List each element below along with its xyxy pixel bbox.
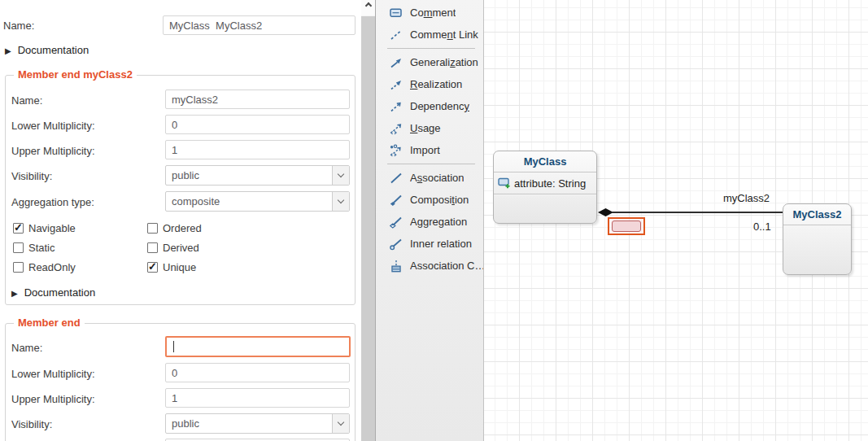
class-title: MyClass [494,151,596,172]
generalization-icon [389,56,403,69]
dependency-icon [389,100,403,113]
documentation-label: Documentation [18,44,89,56]
import-icon [389,144,403,157]
realization-icon [389,78,403,91]
checkbox-box [147,262,158,273]
section-legend: Member end [14,317,85,329]
text-cursor [173,341,174,352]
documentation-toggle[interactable]: Documentation [5,44,89,56]
association-line[interactable] [612,212,783,213]
class-title: MyClass2 [783,204,851,225]
upper-multiplicity-label: Upper Multiplicity: [11,393,95,405]
association-multiplicity-label[interactable]: 0..1 [753,220,771,233]
member-end1-upper-multiplicity-input[interactable]: 1 [165,388,350,408]
checkbox-box [13,223,24,234]
attribute-text: attribute: String [514,177,586,190]
expand-arrow-icon [11,286,18,299]
diagram-canvas[interactable]: MyClass attribute: String myClass2 0..1 … [484,0,868,441]
selected-role-label[interactable] [608,217,645,235]
lower-multiplicity-label: Lower Multiplicity: [11,368,95,380]
checkbox-box [13,242,24,253]
section-legend: Member end myClass2 [14,68,137,81]
member-end1-visibility-select[interactable]: public [165,413,350,434]
scroll-up-button[interactable] [361,0,375,15]
scrollbar-thumb[interactable] [361,16,375,441]
static-checkbox[interactable]: Static [13,242,55,254]
readonly-checkbox[interactable]: ReadOnly [13,261,76,273]
member-end2-aggregation-select[interactable]: composite [165,191,350,212]
visibility-label: Visibility: [11,170,52,182]
navigable-checkbox[interactable]: Navigable [13,222,76,234]
attribute-icon [498,177,511,189]
chevron-down-icon [332,166,349,185]
uml-editor-window: Name: MyClass MyClass2 Documentation Mem… [0,0,868,441]
palette-item-usage[interactable]: Usage [376,117,483,139]
upper-multiplicity-label: Upper Multiplicity: [11,145,95,157]
attribute-row[interactable]: attribute: String [494,172,596,194]
name-label: Name: [11,342,42,354]
member-end2-upper-multiplicity-input[interactable]: 1 [165,140,350,159]
visibility-label: Visibility: [11,418,52,430]
palette-divider [387,164,475,164]
checkbox-box [13,262,24,273]
documentation-toggle[interactable]: Documentation [11,286,95,299]
association-name-label: Name: [3,20,34,32]
lower-multiplicity-label: Lower Multiplicity: [11,120,95,132]
chevron-up-icon [364,2,371,9]
association-class-icon [389,260,403,273]
palette-item-association-class[interactable]: Association C… [376,255,483,277]
unique-checkbox[interactable]: Unique [147,261,196,273]
palette-item-composition[interactable]: Composition [376,189,483,211]
ordered-checkbox[interactable]: Ordered [147,222,202,234]
association-name-input[interactable]: MyClass MyClass2 [163,15,355,35]
class-myclass[interactable]: MyClass attribute: String [493,151,597,224]
inner-relation-icon [389,238,403,251]
role-label-box [612,220,641,232]
palette-item-generalization[interactable]: Generalization [376,51,483,73]
palette-divider [387,48,475,49]
palette-item-association[interactable]: Association [376,167,483,189]
member-end2-name-input[interactable]: myClass2 [165,90,350,109]
aggregation-icon [389,216,403,229]
usage-icon [389,122,403,135]
palette-item-realization[interactable]: Realization [376,73,483,95]
documentation-label: Documentation [24,286,95,299]
name-label: Name: [11,94,42,107]
member-end2-visibility-select[interactable]: public [165,165,350,186]
member-end1-lower-multiplicity-input[interactable]: 0 [165,363,350,382]
tool-palette: Comment Comment Link Generalization Real… [375,0,484,441]
member-end2-lower-multiplicity-input[interactable]: 0 [165,115,350,134]
palette-item-aggregation[interactable]: Aggregation [376,211,483,233]
palette-item-inner-relation[interactable]: Inner relation [376,233,483,255]
derived-checkbox[interactable]: Derived [147,242,199,254]
member-end1-name-input[interactable] [165,336,351,357]
chevron-down-icon [332,414,349,433]
association-icon [389,172,403,185]
palette-item-comment[interactable]: Comment [376,2,483,24]
composition-icon [389,194,403,207]
class-myclass2[interactable]: MyClass2 [783,203,852,275]
properties-scrollbar[interactable] [361,0,375,441]
palette-item-import[interactable]: Import [376,139,483,161]
class-empty-compartment [494,194,596,223]
association-role-label[interactable]: myClass2 [723,192,770,204]
properties-panel: Name: MyClass MyClass2 Documentation Mem… [0,0,361,441]
chevron-down-icon [332,192,349,211]
palette-item-comment-link[interactable]: Comment Link [376,24,483,46]
comment-icon [389,7,403,20]
checkbox-box [147,223,158,234]
expand-arrow-icon [5,44,11,56]
checkbox-box [147,242,158,253]
palette-item-dependency[interactable]: Dependency [376,95,483,117]
comment-link-icon [389,28,403,41]
class-empty-compartment [783,225,851,274]
aggregation-type-label: Aggregation type: [11,196,94,208]
